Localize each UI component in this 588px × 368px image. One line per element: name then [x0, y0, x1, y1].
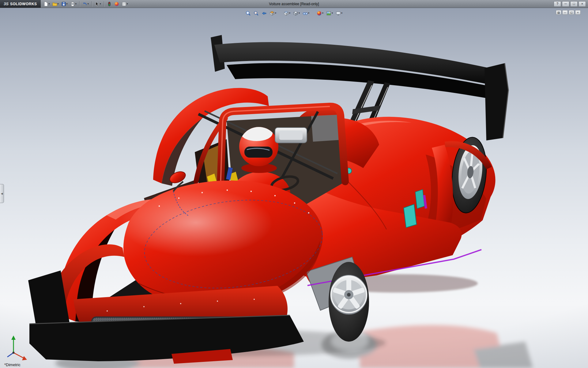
- dropdown-arrow-icon[interactable]: ▾: [289, 12, 290, 14]
- hide-show-items-button[interactable]: ▾: [302, 10, 310, 17]
- save-icon: [61, 2, 66, 6]
- dropdown-arrow-icon[interactable]: ▾: [58, 3, 59, 5]
- help-button[interactable]: ?: [554, 1, 561, 7]
- front-right-wheel: [329, 262, 369, 342]
- toolbar-separator: [104, 1, 104, 7]
- maximize-button[interactable]: □: [570, 1, 578, 7]
- open-icon: [52, 2, 57, 6]
- display-style-icon: [293, 11, 298, 16]
- dropdown-arrow-icon[interactable]: ▾: [75, 3, 77, 5]
- rebuild-button[interactable]: [106, 1, 113, 7]
- dropdown-arrow-icon[interactable]: ▾: [88, 3, 89, 5]
- document-restore-button[interactable]: ◱: [569, 10, 574, 15]
- rebuild-icon: [107, 2, 112, 6]
- zoom-to-fit-button[interactable]: [245, 10, 252, 17]
- document-window-controls: ▤ ─ ◱ ×: [556, 10, 581, 15]
- view-settings-button[interactable]: ▾: [335, 10, 343, 17]
- print-button[interactable]: ▾: [69, 1, 77, 7]
- dassault-logo-icon: 3S: [4, 2, 9, 6]
- open-button[interactable]: ▾: [51, 1, 60, 7]
- undo-button[interactable]: ▾: [81, 1, 90, 7]
- dropdown-arrow-icon[interactable]: ▾: [100, 3, 101, 5]
- undo-icon: [82, 2, 87, 6]
- previous-view-icon: [262, 11, 267, 16]
- section-view-button[interactable]: ▾: [269, 10, 277, 17]
- brand-name: SOLIDWORKS: [10, 2, 37, 6]
- zoom-to-area-button[interactable]: [253, 10, 260, 17]
- save-button[interactable]: ▾: [60, 1, 69, 7]
- hide-show-items-icon: [303, 11, 308, 16]
- new-document-button[interactable]: ▾: [43, 1, 51, 7]
- minimize-button[interactable]: ─: [562, 1, 569, 7]
- view-toolbar: ▾ ▾ ▾ ▾ ▾: [245, 10, 343, 17]
- section-view-icon: [270, 11, 275, 16]
- dropdown-arrow-icon[interactable]: ▾: [322, 12, 323, 14]
- titlebar[interactable]: 3S SOLIDWORKS ▾ ▾ ▾ ▾: [0, 0, 588, 8]
- zoom-to-area-icon: [254, 11, 259, 16]
- dropdown-arrow-icon[interactable]: ▾: [275, 12, 276, 14]
- edit-color-icon: [114, 2, 119, 6]
- document-minimize-button[interactable]: ─: [562, 10, 568, 15]
- edit-appearance-icon: [317, 11, 322, 16]
- dropdown-arrow-icon[interactable]: ▾: [341, 12, 342, 14]
- dropdown-arrow-icon[interactable]: ▾: [332, 12, 333, 14]
- solidworks-logo: 3S SOLIDWORKS: [0, 0, 41, 8]
- options-button[interactable]: ▾: [121, 1, 129, 7]
- solidworks-window: 3S SOLIDWORKS ▾ ▾ ▾ ▾: [0, 0, 588, 368]
- toolbar-separator: [79, 1, 80, 7]
- zoom-to-fit-icon: [246, 11, 251, 16]
- display-style-button[interactable]: ▾: [292, 10, 301, 17]
- dropdown-arrow-icon[interactable]: ▾: [49, 3, 50, 5]
- select-cursor-icon: [95, 2, 100, 6]
- view-settings-icon: [336, 11, 341, 16]
- select-button[interactable]: ▾: [94, 1, 102, 7]
- document-menu-button[interactable]: ▤: [556, 10, 561, 15]
- window-controls: ? ─ □ ×: [552, 0, 588, 8]
- edit-color-button[interactable]: [113, 1, 120, 7]
- previous-view-button[interactable]: [261, 10, 268, 17]
- apply-scene-icon: [326, 11, 331, 16]
- close-button[interactable]: ×: [579, 1, 586, 7]
- toolbar-separator: [92, 1, 92, 7]
- main-toolbar: ▾ ▾ ▾ ▾ ▾: [41, 0, 131, 8]
- new-document-icon: [43, 2, 48, 6]
- graphics-viewport[interactable]: ▾ ▾ ▾ ▾ ▾: [0, 8, 588, 368]
- view-orientation-icon: [284, 11, 289, 16]
- edit-appearance-button[interactable]: ▾: [316, 10, 324, 17]
- dropdown-arrow-icon[interactable]: ▾: [66, 3, 68, 5]
- orientation-triad: [7, 335, 27, 360]
- apply-scene-button[interactable]: ▾: [325, 10, 334, 17]
- dropdown-arrow-icon[interactable]: ▾: [308, 12, 309, 14]
- view-orientation-label: *Dimetric: [4, 362, 21, 367]
- document-close-button[interactable]: ×: [575, 10, 581, 15]
- dropdown-arrow-icon[interactable]: ▾: [127, 3, 128, 5]
- model-3d-view[interactable]: [0, 8, 588, 368]
- print-icon: [70, 2, 75, 6]
- dropdown-arrow-icon[interactable]: ▾: [299, 12, 300, 14]
- view-orientation-button[interactable]: ▾: [283, 10, 291, 17]
- feature-panel-collapse-tab[interactable]: ◀: [0, 184, 4, 203]
- options-icon: [122, 2, 126, 6]
